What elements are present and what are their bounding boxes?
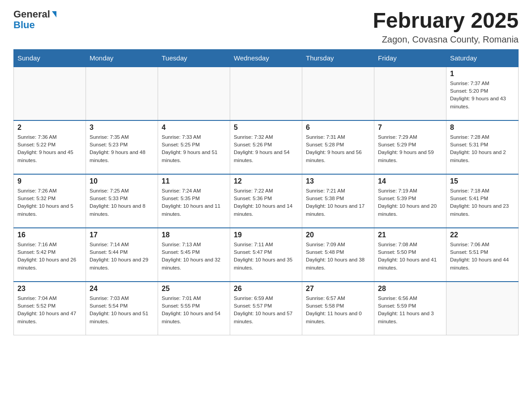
day-info: Sunrise: 7:32 AMSunset: 5:26 PMDaylight:… bbox=[234, 133, 298, 164]
calendar-day-cell bbox=[86, 67, 158, 120]
calendar-day-cell: 12Sunrise: 7:22 AMSunset: 5:36 PMDayligh… bbox=[230, 174, 302, 228]
logo-triangle-icon bbox=[52, 11, 56, 17]
day-number: 14 bbox=[378, 177, 442, 185]
day-number: 9 bbox=[17, 177, 82, 185]
day-info: Sunrise: 6:56 AMSunset: 5:59 PMDaylight:… bbox=[378, 295, 442, 325]
header-monday: Monday bbox=[86, 49, 158, 67]
calendar-table: Sunday Monday Tuesday Wednesday Thursday… bbox=[13, 49, 519, 336]
logo-general-text: General bbox=[13, 9, 50, 20]
day-number: 27 bbox=[306, 285, 370, 293]
day-info: Sunrise: 7:33 AMSunset: 5:25 PMDaylight:… bbox=[162, 133, 226, 164]
month-title: February 2025 bbox=[373, 9, 519, 33]
calendar-day-cell: 4Sunrise: 7:33 AMSunset: 5:25 PMDaylight… bbox=[158, 120, 230, 174]
page-header: General Blue February 2025 Zagon, Covasn… bbox=[13, 9, 519, 45]
calendar-day-cell: 20Sunrise: 7:09 AMSunset: 5:48 PMDayligh… bbox=[302, 228, 374, 282]
weekday-header-row: Sunday Monday Tuesday Wednesday Thursday… bbox=[14, 49, 519, 67]
day-number: 25 bbox=[162, 285, 226, 293]
day-number: 4 bbox=[162, 124, 226, 132]
calendar-day-cell: 27Sunrise: 6:57 AMSunset: 5:58 PMDayligh… bbox=[302, 282, 374, 335]
day-info: Sunrise: 7:06 AMSunset: 5:51 PMDaylight:… bbox=[450, 241, 515, 272]
calendar-day-cell: 5Sunrise: 7:32 AMSunset: 5:26 PMDaylight… bbox=[230, 120, 302, 174]
calendar-day-cell bbox=[302, 67, 374, 120]
calendar-day-cell: 7Sunrise: 7:29 AMSunset: 5:29 PMDaylight… bbox=[374, 120, 446, 174]
calendar-day-cell bbox=[446, 282, 519, 335]
week-row-1: 1Sunrise: 7:37 AMSunset: 5:20 PMDaylight… bbox=[14, 67, 519, 120]
day-info: Sunrise: 7:11 AMSunset: 5:47 PMDaylight:… bbox=[234, 241, 298, 272]
day-info: Sunrise: 7:21 AMSunset: 5:38 PMDaylight:… bbox=[306, 187, 370, 218]
day-info: Sunrise: 7:16 AMSunset: 5:42 PMDaylight:… bbox=[17, 241, 82, 272]
day-info: Sunrise: 6:59 AMSunset: 5:57 PMDaylight:… bbox=[234, 295, 298, 325]
day-info: Sunrise: 7:31 AMSunset: 5:28 PMDaylight:… bbox=[306, 133, 370, 164]
header-saturday: Saturday bbox=[446, 49, 519, 67]
day-number: 3 bbox=[90, 124, 154, 132]
week-row-2: 2Sunrise: 7:36 AMSunset: 5:22 PMDaylight… bbox=[14, 120, 519, 174]
day-number: 16 bbox=[17, 231, 82, 239]
day-number: 19 bbox=[234, 231, 298, 239]
calendar-day-cell: 15Sunrise: 7:18 AMSunset: 5:41 PMDayligh… bbox=[446, 174, 519, 228]
day-info: Sunrise: 7:28 AMSunset: 5:31 PMDaylight:… bbox=[450, 133, 515, 164]
calendar-day-cell: 13Sunrise: 7:21 AMSunset: 5:38 PMDayligh… bbox=[302, 174, 374, 228]
calendar-day-cell: 25Sunrise: 7:01 AMSunset: 5:55 PMDayligh… bbox=[158, 282, 230, 335]
day-info: Sunrise: 7:01 AMSunset: 5:55 PMDaylight:… bbox=[162, 295, 226, 325]
calendar-day-cell: 17Sunrise: 7:14 AMSunset: 5:44 PMDayligh… bbox=[86, 228, 158, 282]
header-thursday: Thursday bbox=[302, 49, 374, 67]
calendar-day-cell: 28Sunrise: 6:56 AMSunset: 5:59 PMDayligh… bbox=[374, 282, 446, 335]
header-tuesday: Tuesday bbox=[158, 49, 230, 67]
day-number: 17 bbox=[90, 231, 154, 239]
header-friday: Friday bbox=[374, 49, 446, 67]
day-number: 21 bbox=[378, 231, 442, 239]
calendar-day-cell: 19Sunrise: 7:11 AMSunset: 5:47 PMDayligh… bbox=[230, 228, 302, 282]
calendar-day-cell: 11Sunrise: 7:24 AMSunset: 5:35 PMDayligh… bbox=[158, 174, 230, 228]
day-info: Sunrise: 7:25 AMSunset: 5:33 PMDaylight:… bbox=[90, 187, 154, 218]
day-number: 13 bbox=[306, 177, 370, 185]
calendar-day-cell: 22Sunrise: 7:06 AMSunset: 5:51 PMDayligh… bbox=[446, 228, 519, 282]
day-info: Sunrise: 7:26 AMSunset: 5:32 PMDaylight:… bbox=[17, 187, 82, 218]
day-info: Sunrise: 6:57 AMSunset: 5:58 PMDaylight:… bbox=[306, 295, 370, 325]
day-number: 7 bbox=[378, 124, 442, 132]
week-row-5: 23Sunrise: 7:04 AMSunset: 5:52 PMDayligh… bbox=[14, 282, 519, 335]
calendar-day-cell: 14Sunrise: 7:19 AMSunset: 5:39 PMDayligh… bbox=[374, 174, 446, 228]
day-info: Sunrise: 7:14 AMSunset: 5:44 PMDaylight:… bbox=[90, 241, 154, 272]
calendar-day-cell: 2Sunrise: 7:36 AMSunset: 5:22 PMDaylight… bbox=[14, 120, 86, 174]
calendar-day-cell bbox=[230, 67, 302, 120]
calendar-day-cell: 10Sunrise: 7:25 AMSunset: 5:33 PMDayligh… bbox=[86, 174, 158, 228]
calendar-day-cell: 9Sunrise: 7:26 AMSunset: 5:32 PMDaylight… bbox=[14, 174, 86, 228]
calendar-day-cell: 18Sunrise: 7:13 AMSunset: 5:45 PMDayligh… bbox=[158, 228, 230, 282]
calendar-day-cell: 8Sunrise: 7:28 AMSunset: 5:31 PMDaylight… bbox=[446, 120, 519, 174]
calendar-day-cell: 23Sunrise: 7:04 AMSunset: 5:52 PMDayligh… bbox=[14, 282, 86, 335]
day-number: 18 bbox=[162, 231, 226, 239]
calendar-day-cell: 1Sunrise: 7:37 AMSunset: 5:20 PMDaylight… bbox=[446, 67, 519, 120]
calendar-day-cell: 26Sunrise: 6:59 AMSunset: 5:57 PMDayligh… bbox=[230, 282, 302, 335]
day-info: Sunrise: 7:03 AMSunset: 5:54 PMDaylight:… bbox=[90, 295, 154, 325]
calendar-day-cell: 21Sunrise: 7:08 AMSunset: 5:50 PMDayligh… bbox=[374, 228, 446, 282]
logo: General Blue bbox=[13, 9, 56, 30]
header-wednesday: Wednesday bbox=[230, 49, 302, 67]
day-info: Sunrise: 7:08 AMSunset: 5:50 PMDaylight:… bbox=[378, 241, 442, 272]
day-info: Sunrise: 7:35 AMSunset: 5:23 PMDaylight:… bbox=[90, 133, 154, 164]
location-title: Zagon, Covasna County, Romania bbox=[373, 34, 519, 45]
day-info: Sunrise: 7:36 AMSunset: 5:22 PMDaylight:… bbox=[17, 133, 82, 164]
day-info: Sunrise: 7:09 AMSunset: 5:48 PMDaylight:… bbox=[306, 241, 370, 272]
day-number: 23 bbox=[17, 285, 82, 293]
day-number: 28 bbox=[378, 285, 442, 293]
day-info: Sunrise: 7:04 AMSunset: 5:52 PMDaylight:… bbox=[17, 295, 82, 325]
calendar-day-cell bbox=[14, 67, 86, 120]
header-sunday: Sunday bbox=[14, 49, 86, 67]
day-number: 6 bbox=[306, 124, 370, 132]
day-number: 26 bbox=[234, 285, 298, 293]
day-number: 15 bbox=[450, 177, 515, 185]
calendar-day-cell: 24Sunrise: 7:03 AMSunset: 5:54 PMDayligh… bbox=[86, 282, 158, 335]
day-number: 11 bbox=[162, 177, 226, 185]
calendar-day-cell bbox=[374, 67, 446, 120]
week-row-3: 9Sunrise: 7:26 AMSunset: 5:32 PMDaylight… bbox=[14, 174, 519, 228]
calendar-day-cell: 6Sunrise: 7:31 AMSunset: 5:28 PMDaylight… bbox=[302, 120, 374, 174]
day-number: 12 bbox=[234, 177, 298, 185]
day-number: 24 bbox=[90, 285, 154, 293]
calendar-day-cell: 3Sunrise: 7:35 AMSunset: 5:23 PMDaylight… bbox=[86, 120, 158, 174]
calendar-day-cell bbox=[158, 67, 230, 120]
day-number: 2 bbox=[17, 124, 82, 132]
day-info: Sunrise: 7:13 AMSunset: 5:45 PMDaylight:… bbox=[162, 241, 226, 272]
title-block: February 2025 Zagon, Covasna County, Rom… bbox=[373, 9, 519, 45]
day-number: 20 bbox=[306, 231, 370, 239]
day-number: 8 bbox=[450, 124, 515, 132]
